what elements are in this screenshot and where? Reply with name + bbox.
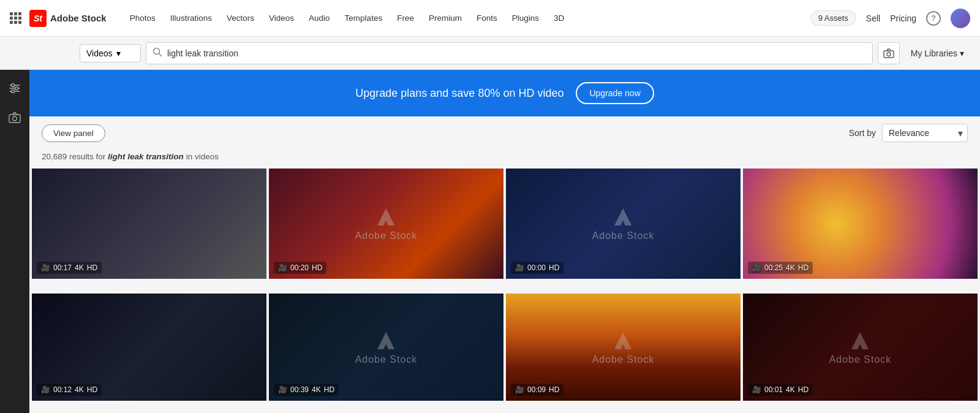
badge-hd-2: HD [312,263,322,272]
svg-point-7 [12,84,15,87]
video-badge-1: 🎥 00:17 4K HD [37,262,102,274]
nav-plugins[interactable]: Plugins [506,10,545,26]
cam-icon-7: 🎥 [515,385,524,394]
watermark-text-2: Adobe Stock [355,230,418,241]
upgrade-now-button[interactable]: Upgrade now [576,82,654,104]
nav-fonts[interactable]: Fonts [470,10,503,26]
content-area: Upgrade plans and save 80% on HD video U… [29,70,980,413]
nav-right: 9 Assets Sell Pricing ? [810,9,970,28]
filter-icon[interactable] [6,80,23,97]
badge-4k-6: 4K [312,385,321,394]
watermark-7: Adobe Stock [592,330,655,365]
watermark-text-7: Adobe Stock [592,354,655,365]
svg-point-3 [887,52,891,56]
sort-label: Sort by [849,128,876,138]
sort-dropdown[interactable]: Relevance Newest Undiscovered Best Match [882,124,968,142]
duration-5: 00:12 [53,385,72,394]
assets-badge[interactable]: 9 Assets [810,10,856,26]
results-count: 20,689 [42,152,67,161]
main-content: Upgrade plans and save 80% on HD video U… [0,70,980,413]
badge-hd-4: HD [798,263,809,272]
nav-pricing[interactable]: Pricing [890,13,916,23]
badge-hd-1: HD [87,263,97,272]
badge-4k-8: 4K [786,385,795,394]
video-thumb-6[interactable]: Adobe Stock 🎥 00:39 4K HD [269,294,503,401]
search-input-wrap [146,42,873,64]
apps-grid-icon[interactable] [10,12,22,25]
video-thumb-4[interactable]: 🎥 00:25 4K HD [743,169,978,279]
duration-4: 00:25 [764,263,783,272]
cam-icon-6: 🎥 [278,385,287,394]
results-query: light leak transition [108,152,184,161]
dropdown-chevron-icon: ▾ [116,48,121,58]
video-thumb-1[interactable]: 🎥 00:17 4K HD [32,169,266,279]
results-label: results for [69,152,108,161]
nav-premium[interactable]: Premium [423,10,468,26]
video-thumb-2[interactable]: Adobe Stock 🎥 00:20 HD [269,169,503,279]
watermark-text-8: Adobe Stock [829,354,892,365]
badge-4k-4: 4K [786,263,795,272]
cam-icon-1: 🎥 [41,263,50,272]
duration-7: 00:09 [527,385,546,394]
search-filter-dropdown[interactable]: Videos ▾ [80,44,141,63]
nav-templates[interactable]: Templates [339,10,389,26]
video-thumb-3[interactable]: Adobe Stock 🎥 00:00 HD [506,169,741,279]
visual-search-sidebar-icon[interactable] [6,109,23,126]
nav-links: Photos Illustrations Vectors Videos Audi… [124,10,810,26]
cam-icon-8: 🎥 [752,385,761,394]
watermark-text-6: Adobe Stock [355,354,418,365]
video-thumb-8[interactable]: Adobe Stock 🎥 00:01 4K HD [743,294,978,401]
duration-6: 00:39 [290,385,309,394]
video-badge-7: 🎥 00:09 HD [511,384,564,396]
video-grid: 🎥 00:17 4K HD Adobe Stock 🎥 00:20 HD [29,169,980,413]
svg-rect-2 [884,51,894,58]
badge-hd-3: HD [549,263,559,272]
adobe-stock-logo[interactable]: St Adobe Stock [29,10,107,27]
svg-point-11 [13,116,17,121]
cam-icon-5: 🎥 [41,385,50,394]
my-libraries-button[interactable]: My Libraries ▾ [905,45,970,62]
upgrade-banner: Upgrade plans and save 80% on HD video U… [29,70,980,116]
cam-icon-2: 🎥 [278,263,287,272]
svg-point-9 [12,90,15,93]
search-input[interactable] [167,48,866,58]
nav-free[interactable]: Free [391,10,420,26]
search-icon [153,47,162,59]
top-nav: St Adobe Stock Photos Illustrations Vect… [0,0,980,37]
view-panel-button[interactable]: View panel [42,124,105,142]
upgrade-banner-text: Upgrade plans and save 80% on HD video [355,87,564,100]
visual-search-button[interactable] [878,42,900,64]
watermark-2: Adobe Stock [355,206,418,241]
video-thumb-5[interactable]: 🎥 00:12 4K HD [32,294,266,401]
help-icon[interactable]: ? [926,11,941,26]
my-libraries-chevron: ▾ [960,48,964,58]
nav-audio[interactable]: Audio [303,10,336,26]
search-bar: Videos ▾ My Libraries ▾ [0,37,980,70]
my-libraries-label: My Libraries [911,48,957,58]
video-badge-8: 🎥 00:01 4K HD [748,384,813,396]
adobe-logo-box: St [29,10,47,27]
badge-4k-5: 4K [75,385,84,394]
left-sidebar [0,70,29,413]
nav-vectors[interactable]: Vectors [221,10,260,26]
user-avatar[interactable] [951,9,970,28]
nav-photos[interactable]: Photos [124,10,162,26]
watermark-8: Adobe Stock [829,330,892,365]
nav-sell[interactable]: Sell [866,13,880,23]
badge-hd-6: HD [324,385,334,394]
duration-1: 00:17 [53,263,72,272]
video-thumb-7[interactable]: Adobe Stock 🎥 00:09 HD [506,294,741,401]
toolbar-row: View panel Sort by Relevance Newest Undi… [29,116,980,150]
badge-hd-7: HD [549,385,559,394]
nav-illustrations[interactable]: Illustrations [164,10,218,26]
nav-3d[interactable]: 3D [548,10,570,26]
sort-dropdown-wrap: Relevance Newest Undiscovered Best Match [882,124,968,142]
results-info: 20,689 results for light leak transition… [29,150,980,169]
badge-4k-1: 4K [75,263,84,272]
results-suffix: in videos [186,152,219,161]
svg-line-1 [159,53,162,56]
watermark-3: Adobe Stock [592,206,655,241]
cam-icon-3: 🎥 [515,263,524,272]
nav-videos[interactable]: Videos [263,10,300,26]
duration-2: 00:20 [290,263,309,272]
